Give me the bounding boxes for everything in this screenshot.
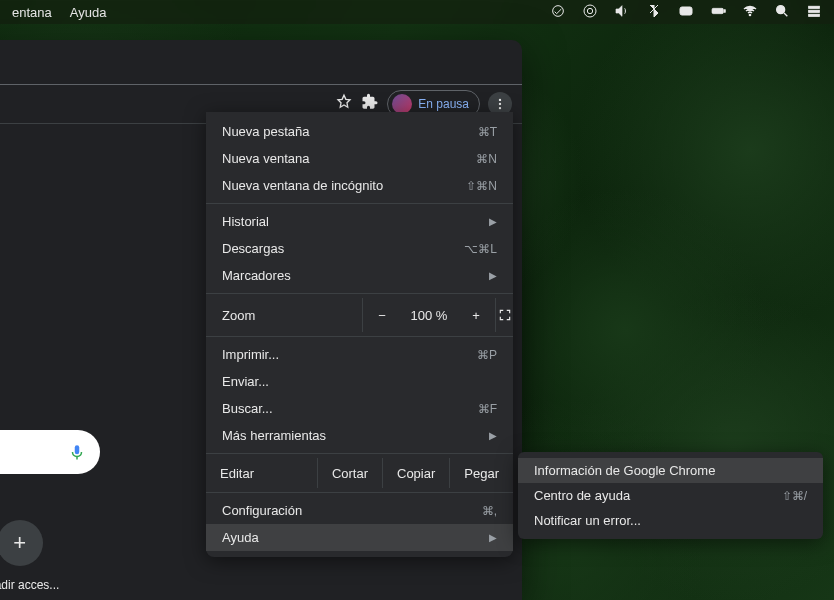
fullscreen-button[interactable] — [495, 298, 513, 332]
svg-point-14 — [499, 107, 501, 109]
menu-separator — [206, 336, 513, 337]
menu-print[interactable]: Imprimir... ⌘P — [206, 341, 513, 368]
menu-label: Configuración — [222, 503, 302, 518]
svg-point-12 — [499, 99, 501, 101]
menu-label: Más herramientas — [222, 428, 326, 443]
svg-rect-6 — [724, 9, 725, 12]
menu-edit-row: Editar Cortar Copiar Pegar — [206, 458, 513, 488]
menu-shortcut: ⌘, — [482, 504, 497, 518]
chevron-right-icon: ▶ — [489, 216, 497, 227]
svg-point-1 — [584, 5, 596, 17]
menu-label: Notificar un error... — [534, 513, 641, 528]
zoom-value: 100 % — [401, 308, 457, 323]
svg-point-0 — [553, 5, 564, 16]
menu-shortcut: ⌥⌘L — [464, 242, 497, 256]
menu-label: Editar — [220, 466, 254, 481]
zoom-out-button[interactable]: − — [363, 308, 401, 323]
menu-label: Enviar... — [222, 374, 269, 389]
menu-label: Ayuda — [222, 530, 259, 545]
menu-label: Cortar — [332, 466, 368, 481]
menu-bookmarks[interactable]: Marcadores ▶ — [206, 262, 513, 289]
svg-point-2 — [587, 8, 592, 13]
menu-label: Nueva ventana de incógnito — [222, 178, 383, 193]
avatar-icon — [392, 94, 412, 114]
control-center-icon[interactable] — [678, 3, 694, 22]
menu-zoom: Zoom − 100 % + — [206, 298, 513, 332]
cut-button[interactable]: Cortar — [317, 458, 382, 488]
menu-separator — [206, 293, 513, 294]
chevron-right-icon: ▶ — [489, 430, 497, 441]
menu-downloads[interactable]: Descargas ⌥⌘L — [206, 235, 513, 262]
menu-separator — [206, 492, 513, 493]
spotlight-icon[interactable] — [774, 3, 790, 22]
menu-label: Información de Google Chrome — [534, 463, 715, 478]
svg-rect-9 — [809, 6, 820, 8]
chrome-main-menu: Nueva pestaña ⌘T Nueva ventana ⌘N Nueva … — [206, 112, 513, 557]
menu-incognito[interactable]: Nueva ventana de incógnito ⇧⌘N — [206, 172, 513, 199]
menu-label: Nueva pestaña — [222, 124, 309, 139]
menu-label: Nueva ventana — [222, 151, 309, 166]
add-shortcut-button[interactable]: + Añadir acces... — [0, 520, 59, 592]
menu-shortcut: ⇧⌘/ — [782, 489, 807, 503]
svg-rect-5 — [712, 8, 723, 13]
menubar-item[interactable]: entana — [12, 5, 52, 20]
volume-icon[interactable] — [614, 3, 630, 22]
menu-label: Descargas — [222, 241, 284, 256]
notification-center-icon[interactable] — [806, 3, 822, 22]
menu-label: Historial — [222, 214, 269, 229]
menu-shortcut: ⇧⌘N — [466, 179, 497, 193]
submenu-report-error[interactable]: Notificar un error... — [518, 508, 823, 533]
paste-button[interactable]: Pegar — [449, 458, 513, 488]
zoom-in-button[interactable]: + — [457, 308, 495, 323]
menu-more-tools[interactable]: Más herramientas ▶ — [206, 422, 513, 449]
svg-rect-11 — [809, 14, 820, 16]
menubar-item[interactable]: Ayuda — [70, 5, 107, 20]
help-submenu: Información de Google Chrome Centro de a… — [518, 452, 823, 539]
menu-label: Zoom — [222, 308, 362, 323]
copy-button[interactable]: Copiar — [382, 458, 449, 488]
menu-history[interactable]: Historial ▶ — [206, 208, 513, 235]
menu-label: Buscar... — [222, 401, 273, 416]
creative-cloud-icon[interactable] — [582, 3, 598, 22]
menu-shortcut: ⌘P — [477, 348, 497, 362]
menu-separator — [206, 203, 513, 204]
submenu-about-chrome[interactable]: Información de Google Chrome — [518, 458, 823, 483]
menu-separator — [206, 453, 513, 454]
menu-new-tab[interactable]: Nueva pestaña ⌘T — [206, 118, 513, 145]
menu-label: Imprimir... — [222, 347, 279, 362]
mic-icon[interactable] — [68, 443, 86, 461]
svg-point-7 — [749, 14, 750, 15]
svg-rect-10 — [809, 10, 820, 12]
menu-send[interactable]: Enviar... — [206, 368, 513, 395]
chevron-right-icon: ▶ — [489, 270, 497, 281]
plus-icon: + — [13, 530, 26, 556]
menu-label: Centro de ayuda — [534, 488, 630, 503]
wifi-icon[interactable] — [742, 3, 758, 22]
tray-icon[interactable] — [550, 3, 566, 22]
chevron-right-icon: ▶ — [489, 532, 497, 543]
svg-point-8 — [777, 5, 785, 13]
search-input[interactable] — [0, 430, 100, 474]
menu-find[interactable]: Buscar... ⌘F — [206, 395, 513, 422]
menu-new-window[interactable]: Nueva ventana ⌘N — [206, 145, 513, 172]
menu-label: Copiar — [397, 466, 435, 481]
menu-help[interactable]: Ayuda ▶ — [206, 524, 513, 551]
macos-menubar: entana Ayuda — [0, 0, 834, 24]
menu-label: Pegar — [464, 466, 499, 481]
svg-point-13 — [499, 103, 501, 105]
shortcut-label: Añadir acces... — [0, 578, 59, 592]
svg-point-4 — [683, 9, 686, 12]
menu-settings[interactable]: Configuración ⌘, — [206, 497, 513, 524]
battery-icon[interactable] — [710, 3, 726, 22]
bluetooth-icon[interactable] — [646, 3, 662, 22]
profile-status-label: En pausa — [418, 97, 469, 111]
menu-shortcut: ⌘N — [476, 152, 497, 166]
submenu-help-center[interactable]: Centro de ayuda ⇧⌘/ — [518, 483, 823, 508]
menu-label: Marcadores — [222, 268, 291, 283]
menu-shortcut: ⌘F — [478, 402, 497, 416]
svg-rect-3 — [680, 7, 692, 15]
menu-shortcut: ⌘T — [478, 125, 497, 139]
